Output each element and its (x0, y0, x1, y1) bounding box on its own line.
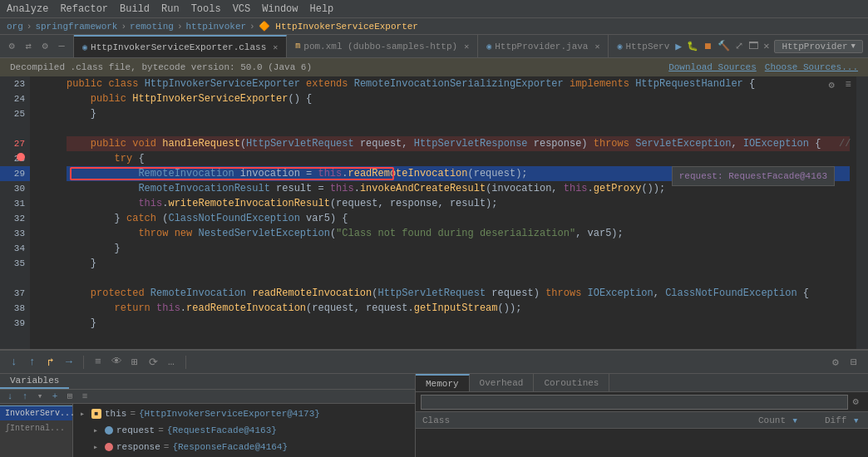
ln-30: 30 (0, 181, 30, 196)
var-expand-all[interactable]: ⊞ (63, 390, 76, 403)
tab-httpservlet[interactable]: ◉ HttpServlet.class ✕ (609, 35, 670, 57)
tab-close-pom[interactable]: ✕ (464, 42, 469, 52)
var-request-expand[interactable]: ▸ (93, 425, 101, 435)
var-response-name: response (116, 442, 160, 452)
debug-more-icon[interactable]: … (164, 355, 179, 370)
debug-run-icon[interactable]: 🐛 (687, 41, 698, 52)
breadcrumb-httpinvoker[interactable]: httpinvoker (185, 22, 246, 32)
code-line-35: } (67, 256, 850, 271)
var-filter[interactable]: ▾ (33, 390, 47, 403)
ln-37: 37 (0, 286, 30, 301)
debug-step-over[interactable]: → (62, 355, 76, 370)
ln-38: 38 (0, 301, 30, 316)
menu-run[interactable]: Run (161, 3, 180, 15)
sort-icon: ▼ (793, 417, 797, 425)
scroll-indicator[interactable] (856, 76, 868, 349)
breadcrumb-springframework[interactable]: springframework (35, 22, 117, 32)
tab-overhead[interactable]: Overhead (470, 374, 535, 391)
menu-help[interactable]: Help (310, 3, 334, 15)
breadcrumb-active: 🔶 HttpInvokerServiceExporter (259, 21, 418, 32)
ln-25: 25 (0, 106, 30, 121)
debug-threads-icon[interactable]: ⟳ (145, 355, 160, 370)
debug-panel-settings[interactable]: ⚙ (828, 355, 843, 370)
tab-pom-xml[interactable]: m pom.xml (dubbo-samples-http) ✕ (287, 35, 478, 57)
debug-frames-icon[interactable]: ⊞ (127, 355, 142, 370)
main-area: 23 24 25 27 28 29 30 31 32 33 34 35 37 3… (0, 76, 868, 349)
tab-icon-pom: m (295, 42, 300, 51)
minus-icon[interactable]: — (55, 40, 68, 53)
tab-httpinvoker-class[interactable]: ◉ HttpInvokerServiceExporter.class ✕ (74, 35, 287, 57)
var-nav-next[interactable]: ↑ (18, 390, 32, 403)
menu-analyze[interactable]: Analyze (7, 3, 48, 15)
download-sources-link[interactable]: Download Sources (668, 62, 757, 72)
http-provider-selector[interactable]: HttpProvider ▼ (774, 40, 863, 53)
tab-label-servlet: HttpServlet.class (626, 42, 671, 52)
debug-layout-icon[interactable]: ⊟ (846, 355, 861, 370)
topright-settings-icon[interactable]: ⚙ (825, 78, 838, 91)
breadcrumb-remoting[interactable]: remoting (130, 22, 174, 32)
variables-tab[interactable]: Variables (0, 374, 69, 389)
editor-toolbar: ⚙ ⇄ ⚙ — (0, 35, 74, 57)
memory-settings-icon[interactable]: ⚙ (848, 395, 863, 410)
var-request[interactable]: ▸ request = {RequestFacade@4163} (86, 422, 415, 439)
tab-close-httpinvoker[interactable]: ✕ (273, 42, 278, 52)
maximize-icon[interactable]: 🗖 (748, 40, 758, 52)
debug-arrow-down[interactable]: ↓ (7, 355, 22, 370)
var-add[interactable]: + (48, 390, 62, 403)
col-diff[interactable]: Diff ▼ (818, 415, 868, 425)
var-response-expand[interactable]: ▸ (93, 442, 101, 452)
code-editor[interactable]: public class HttpInvokerServiceExporter … (60, 76, 856, 349)
choose-sources-link[interactable]: Choose Sources... (765, 62, 858, 72)
code-line-37: protected RemoteInvocation readRemoteInv… (67, 286, 850, 301)
var-request-icon (105, 426, 113, 435)
code-line-25: } (67, 106, 850, 121)
tab-label-pom: pom.xml (dubbo-samples-http) (303, 42, 457, 52)
var-response[interactable]: ▸ response = {ResponseFacade@4164} (86, 439, 415, 455)
split-icon[interactable]: ⇄ (22, 40, 35, 53)
var-nav-prev[interactable]: ↓ (3, 390, 17, 403)
code-line-24: public HttpInvokerServiceExporter() { (67, 91, 850, 106)
menu-refactor[interactable]: Refactor (60, 3, 108, 15)
var-this[interactable]: ▸ ■ this = {HttpInvokerServiceExporter@4… (73, 405, 415, 422)
var-this-equals: = (130, 409, 136, 419)
tab-httpprovider[interactable]: ◉ HttpProvider.java ✕ (478, 35, 609, 57)
debug-arrow-into[interactable]: ↱ (43, 355, 58, 370)
var-this-expand[interactable]: ▸ (80, 409, 88, 419)
memory-search-input[interactable] (421, 395, 848, 410)
ln-29: 29 (0, 166, 30, 181)
settings-icon[interactable]: ⚙ (5, 40, 18, 53)
build-icon[interactable]: 🔨 (718, 40, 730, 52)
menu-vcs[interactable]: VCS (233, 3, 251, 15)
var-list-area: InvokerServ... ʃInternal... ▸ ■ this = {… (0, 404, 415, 457)
code-line-30: RemoteInvocationResult result = this.inv… (67, 181, 850, 196)
debug-watch-icon[interactable]: 👁 (109, 355, 124, 370)
tab-memory[interactable]: Memory (416, 374, 470, 391)
http-provider-dropdown-icon: ▼ (851, 42, 856, 51)
ln-34: 34 (0, 241, 30, 256)
menu-tools[interactable]: Tools (191, 3, 221, 15)
stop-icon[interactable]: ⏹ (703, 41, 713, 52)
tab-close-provider[interactable]: ✕ (594, 42, 599, 52)
breadcrumb-org[interactable]: org (7, 22, 23, 32)
menu-window[interactable]: Window (262, 3, 298, 15)
decompile-notice-text: Decompiled .class file, bytecode version… (10, 62, 312, 72)
ln-23: 23 (0, 76, 30, 91)
close-main-icon[interactable]: ✕ (763, 40, 769, 52)
panel-label-internal[interactable]: ʃInternal... (0, 420, 72, 435)
col-count[interactable]: Count ▼ (752, 415, 818, 425)
code-line-29: RemoteInvocation invocation = this.readR… (67, 166, 850, 181)
run-icon[interactable]: ▶ (675, 40, 682, 53)
expand-icon[interactable]: ⤢ (735, 40, 743, 52)
code-line-33: throw new NestedServletException("Class … (67, 226, 850, 241)
cog-icon[interactable]: ⚙ (38, 40, 52, 53)
menu-build[interactable]: Build (120, 3, 150, 15)
code-line-26 (67, 121, 850, 136)
debug-arrow-up[interactable]: ↑ (25, 355, 40, 370)
panel-label-invoker[interactable]: InvokerServ... (0, 405, 72, 420)
topright-layout-icon[interactable]: ≡ (841, 78, 855, 91)
menu-bar: Analyze Refactor Build Run Tools VCS Win… (0, 0, 868, 18)
tab-coroutines[interactable]: Coroutines (534, 374, 609, 391)
debug-vars-icon[interactable]: ≡ (91, 355, 106, 370)
var-sort[interactable]: ≡ (78, 390, 91, 403)
col-class[interactable]: Class (416, 415, 752, 425)
